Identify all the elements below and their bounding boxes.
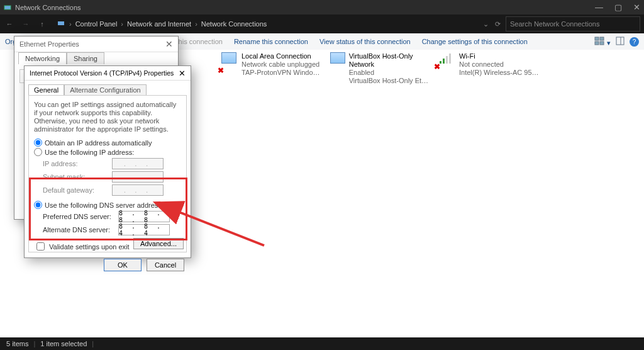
breadcrumb[interactable]: › Control Panel › Network and Internet ›…: [53, 17, 478, 31]
close-icon[interactable]: ✕: [165, 39, 173, 49]
svg-rect-0: [4, 6, 11, 9]
svg-rect-3: [600, 37, 604, 40]
tab-networking[interactable]: Networking: [18, 52, 67, 64]
network-connections-icon: [4, 4, 11, 11]
svg-rect-5: [600, 42, 604, 45]
forward-button[interactable]: →: [20, 20, 31, 28]
connection-item[interactable]: VirtualBox Host-Only NetworkEnabledVirtu…: [329, 52, 433, 85]
explorer-window: Network Connections — ▢ ✕ ← → ↑ › Contro…: [0, 0, 644, 350]
dialog-title: Internet Protocol Version 4 (TCP/IPv4) P…: [30, 69, 174, 77]
view-options-icon[interactable]: ▾: [594, 37, 611, 47]
back-button[interactable]: ←: [4, 20, 15, 28]
tab-general[interactable]: General: [28, 84, 64, 95]
tab-sharing[interactable]: Sharing: [67, 52, 104, 64]
ip-address-field: . . .: [112, 158, 164, 169]
ethernet-icon: ✖: [220, 52, 238, 74]
advanced-button[interactable]: Advanced...: [133, 238, 184, 249]
nav-bar: ← → ↑ › Control Panel › Network and Inte…: [0, 14, 644, 33]
search-input[interactable]: Search Network Connections: [506, 16, 640, 31]
rename-button[interactable]: Rename this connection: [234, 38, 308, 45]
dialog-title: Ethernet Properties: [19, 40, 79, 48]
dialog-title-bar[interactable]: Internet Protocol Version 4 (TCP/IPv4) P…: [25, 66, 191, 81]
close-icon[interactable]: ✕: [179, 69, 186, 78]
default-gateway-field: . . .: [112, 184, 164, 196]
connection-item[interactable]: ✖ Local Area ConnectionNetwork cable unp…: [220, 52, 324, 85]
ok-button[interactable]: OK: [104, 259, 142, 271]
window-title: Network Connections: [15, 4, 595, 11]
svg-rect-1: [58, 21, 64, 25]
radio-use-dns[interactable]: [34, 201, 42, 209]
title-bar[interactable]: Network Connections — ▢ ✕: [0, 0, 644, 14]
refresh-icon[interactable]: ⟳: [495, 20, 501, 28]
connection-item[interactable]: ✖ Wi-FiNot connectedIntel(R) Wireless-AC…: [438, 52, 541, 85]
net-icon: [57, 19, 65, 29]
radio-use-ip[interactable]: [34, 148, 42, 156]
subnet-mask-field: . . .: [112, 171, 164, 183]
minimize-button[interactable]: —: [595, 3, 603, 12]
wifi-icon: ✖: [438, 52, 455, 67]
view-status-button[interactable]: View status of this connection: [319, 38, 411, 45]
help-icon[interactable]: ?: [630, 37, 639, 47]
breadcrumb-mid[interactable]: Network and Internet: [127, 20, 191, 28]
breadcrumb-dropdown-icon[interactable]: ⌄: [483, 20, 489, 28]
maximize-button[interactable]: ▢: [614, 3, 622, 12]
validate-checkbox[interactable]: [36, 242, 45, 251]
alternate-dns-field[interactable]: 8 . 8 . 4 . 4: [118, 224, 170, 235]
close-button[interactable]: ✕: [633, 3, 640, 12]
connection-list: ✖ Local Area ConnectionNetwork cable unp…: [220, 50, 644, 88]
change-settings-button[interactable]: Change settings of this connection: [422, 38, 528, 45]
status-selected-count: 1 item selected: [40, 340, 87, 347]
svg-rect-6: [616, 37, 624, 45]
tab-alternate-configuration[interactable]: Alternate Configuration: [64, 84, 147, 95]
ethernet-icon: [329, 52, 345, 74]
svg-rect-4: [595, 42, 599, 45]
preview-pane-icon[interactable]: [616, 37, 625, 47]
radio-auto-ip[interactable]: [34, 138, 42, 147]
breadcrumb-leaf[interactable]: Network Connections: [201, 20, 267, 28]
svg-rect-2: [595, 37, 599, 40]
status-item-count: 5 items: [6, 340, 28, 347]
preferred-dns-field[interactable]: 8 . 8 . 8 . 8: [118, 211, 170, 222]
dialog-title-bar[interactable]: Ethernet Properties ✕: [14, 37, 178, 52]
help-text: You can get IP settings assigned automat…: [34, 101, 181, 133]
cancel-button[interactable]: Cancel: [147, 259, 184, 271]
breadcrumb-root[interactable]: Control Panel: [75, 20, 118, 28]
status-bar: 5 items | 1 item selected |: [0, 337, 644, 350]
up-button[interactable]: ↑: [36, 20, 48, 28]
ipv4-properties-dialog: Internet Protocol Version 4 (TCP/IPv4) P…: [24, 65, 191, 258]
